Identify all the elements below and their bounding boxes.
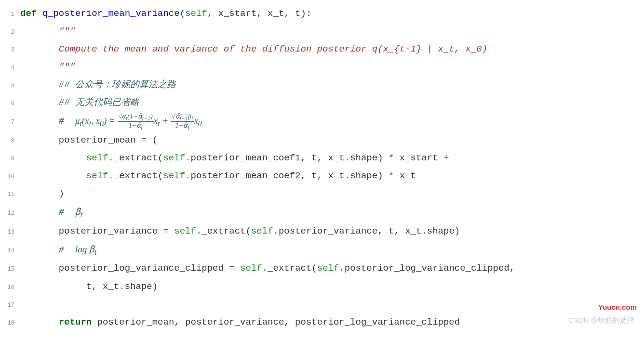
- code-line: 18 return posterior_mean, posterior_vari…: [0, 314, 644, 331]
- code-content: def q_posterior_mean_variance(self, x_st…: [20, 5, 311, 23]
- line-number: 16: [0, 282, 20, 293]
- code-content: return posterior_mean, posterior_varianc…: [20, 314, 460, 331]
- line-number: 4: [0, 63, 20, 74]
- code-content: ## 无关代码已省略: [20, 94, 139, 112]
- code-content: ): [20, 185, 64, 203]
- code-line: 4 """: [0, 58, 644, 76]
- code-content: self._extract(self.posterior_mean_coef1,…: [20, 149, 449, 167]
- line-number: 5: [0, 80, 20, 92]
- code-content: posterior_variance = self._extract(self.…: [20, 222, 460, 240]
- line-number: 11: [0, 189, 20, 200]
- code-line: 10 self._extract(self.posterior_mean_coe…: [0, 167, 644, 185]
- line-number: 8: [0, 136, 20, 147]
- code-block: 1def q_posterior_mean_variance(self, x_s…: [0, 5, 644, 331]
- code-line: 1def q_posterior_mean_variance(self, x_s…: [0, 5, 644, 23]
- code-line: 5 ## 公众号：珍妮的算法之路: [0, 76, 644, 94]
- code-content: """: [20, 23, 75, 40]
- code-content: """: [20, 58, 75, 76]
- line-number: 17: [0, 300, 20, 311]
- watermark-csdn: CSDN @珍妮的选择: [568, 313, 634, 327]
- code-line: 17: [0, 296, 644, 314]
- line-number: 14: [0, 246, 20, 257]
- code-content: Compute the mean and variance of the dif…: [20, 40, 487, 58]
- code-content: [20, 296, 26, 314]
- code-content: # β̃t: [20, 203, 82, 222]
- code-line: 2 """: [0, 23, 644, 40]
- line-number: 10: [0, 171, 20, 183]
- code-content: t, x_t.shape): [20, 278, 158, 296]
- code-content: # μt(xt, x0) = √αt(1−ᾱt−1)1−ᾱtxt + √ᾱt−1…: [20, 112, 202, 131]
- line-number: 2: [0, 27, 20, 38]
- code-content: self._extract(self.posterior_mean_coef2,…: [20, 167, 416, 185]
- code-content: ## 公众号：珍妮的算法之路: [20, 76, 176, 94]
- code-line: 16 t, x_t.shape): [0, 278, 644, 296]
- line-number: 15: [0, 264, 20, 275]
- code-line: 6 ## 无关代码已省略: [0, 94, 644, 112]
- code-line: 11 ): [0, 185, 644, 203]
- code-content: # log β̃t: [20, 240, 96, 260]
- line-number: 13: [0, 227, 20, 238]
- code-line: 14 # log β̃t: [0, 240, 644, 260]
- line-number: 12: [0, 208, 20, 219]
- code-line: 3 Compute the mean and variance of the d…: [0, 40, 644, 58]
- code-content: posterior_log_variance_clipped = self._e…: [20, 260, 515, 277]
- code-content: posterior_mean = (: [20, 131, 158, 149]
- code-line: 8 posterior_mean = (: [0, 131, 644, 149]
- line-number: 7: [0, 117, 20, 128]
- code-line: 13 posterior_variance = self._extract(se…: [0, 222, 644, 240]
- line-number: 6: [0, 98, 20, 109]
- watermark-yuucn: Yuucn.com: [598, 300, 637, 314]
- code-line: 12 # β̃t: [0, 203, 644, 222]
- code-line: 7 # μt(xt, x0) = √αt(1−ᾱt−1)1−ᾱtxt + √ᾱt…: [0, 112, 644, 131]
- code-line: 9 self._extract(self.posterior_mean_coef…: [0, 149, 644, 167]
- line-number: 1: [0, 9, 20, 20]
- line-number: 18: [0, 318, 20, 329]
- line-number: 9: [0, 154, 20, 165]
- line-number: 3: [0, 45, 20, 56]
- code-line: 15 posterior_log_variance_clipped = self…: [0, 260, 644, 277]
